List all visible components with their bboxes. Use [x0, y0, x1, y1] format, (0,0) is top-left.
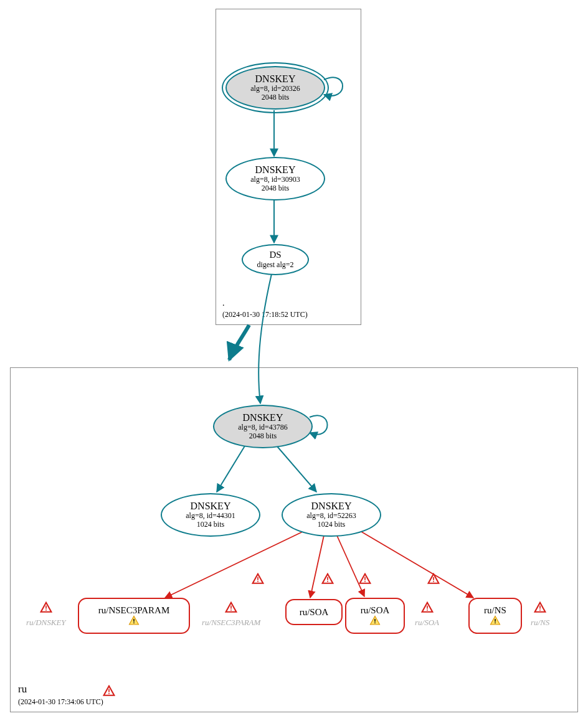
- root-ds-line2: digest alg=2: [257, 261, 293, 270]
- zone-ru-warn: [103, 685, 115, 700]
- warning-red-icon: [225, 601, 237, 614]
- svg-rect-13: [495, 623, 496, 624]
- ru-zsk1-line3: 1024 bits: [197, 521, 224, 529]
- ghost-nsec3param-group: ru/NSEC3PARAM: [202, 601, 260, 628]
- rr-ns-label: ru/NS: [484, 605, 506, 616]
- root-ksk-line3: 2048 bits: [262, 93, 289, 102]
- svg-rect-8: [133, 619, 135, 622]
- warning-red-icon: [421, 601, 434, 614]
- ru-zsk1-line2: alg=8, id=44301: [186, 512, 235, 521]
- zone-ru-ts: (2024-01-30 17:34:06 UTC): [18, 697, 103, 707]
- ghost-ns-group: ru/NS: [531, 601, 549, 628]
- node-root-ds: DS digest alg=2: [242, 244, 309, 275]
- zone-root-ts: (2024-01-30 17:18:52 UTC): [222, 310, 308, 319]
- ru-ksk-line2: alg=8, id=43786: [238, 423, 288, 432]
- node-ru-zsk1: DNSKEY alg=8, id=44301 1024 bits: [161, 493, 260, 537]
- ghost-dnskey: ru/DNSKEY: [26, 618, 66, 627]
- ghost-nsec3param: ru/NSEC3PARAM: [202, 618, 260, 627]
- rr-ns: ru/NS: [468, 598, 522, 634]
- rr-soa1: ru/SOA: [285, 599, 343, 625]
- root-zsk-line2: alg=8, id=30903: [250, 176, 300, 184]
- rr-soa2-label: ru/SOA: [361, 605, 390, 616]
- warning-red-icon: [534, 601, 546, 614]
- svg-rect-30: [108, 689, 110, 692]
- rr-soa2: ru/SOA: [345, 598, 405, 634]
- svg-rect-27: [364, 581, 366, 582]
- ru-zsk2-line3: 1024 bits: [318, 521, 345, 529]
- root-ksk-title: DNSKEY: [255, 73, 296, 85]
- root-ksk-line2: alg=8, id=20326: [250, 85, 300, 93]
- ghost-ns: ru/NS: [531, 618, 549, 627]
- svg-rect-31: [108, 693, 110, 694]
- svg-rect-21: [539, 610, 541, 611]
- edge-warn-1: [252, 573, 264, 588]
- ghost-soa-group: ru/SOA: [415, 601, 439, 628]
- node-root-zsk: DNSKEY alg=8, id=30903 2048 bits: [225, 157, 325, 200]
- ru-ksk-title: DNSKEY: [243, 412, 283, 423]
- ru-zsk2-line2: alg=8, id=52263: [306, 512, 356, 521]
- svg-rect-12: [495, 619, 496, 622]
- svg-rect-25: [327, 581, 328, 582]
- svg-rect-14: [45, 606, 47, 609]
- svg-rect-9: [133, 623, 135, 624]
- svg-rect-11: [374, 623, 376, 624]
- ghost-soa: ru/SOA: [415, 618, 439, 627]
- warning-yellow-icon: [369, 615, 381, 626]
- rr-soa1-label: ru/SOA: [300, 607, 329, 618]
- ru-zsk1-title: DNSKEY: [191, 501, 231, 512]
- svg-rect-26: [364, 577, 366, 580]
- root-zsk-line3: 2048 bits: [262, 184, 289, 193]
- warning-yellow-icon: [128, 615, 140, 626]
- ghost-dnskey-group: ru/DNSKEY: [26, 601, 66, 628]
- svg-rect-10: [374, 619, 376, 622]
- node-ru-ksk: DNSKEY alg=8, id=43786 2048 bits: [213, 405, 313, 448]
- svg-rect-20: [539, 606, 541, 609]
- svg-rect-22: [257, 577, 258, 580]
- svg-rect-18: [427, 606, 428, 609]
- ru-zsk2-title: DNSKEY: [311, 501, 352, 512]
- svg-rect-28: [433, 577, 434, 580]
- svg-rect-24: [327, 577, 328, 580]
- node-ru-zsk2: DNSKEY alg=8, id=52263 1024 bits: [282, 493, 381, 537]
- root-ds-title: DS: [269, 250, 281, 260]
- edge-warn-2: [321, 573, 334, 588]
- zone-root-dot: .: [222, 298, 225, 308]
- svg-rect-16: [230, 606, 232, 609]
- edge-warn-4: [427, 573, 440, 588]
- rr-nsec3param: ru/NSEC3PARAM: [78, 598, 190, 634]
- zone-ru-name: ru: [18, 683, 27, 695]
- ru-ksk-line3: 2048 bits: [249, 432, 277, 441]
- svg-rect-19: [427, 610, 428, 611]
- root-zsk-title: DNSKEY: [255, 164, 296, 176]
- warning-red-icon: [40, 601, 52, 614]
- svg-rect-29: [433, 581, 434, 582]
- svg-rect-15: [45, 610, 47, 611]
- warning-yellow-icon: [490, 615, 501, 626]
- rr-nsec3param-label: ru/NSEC3PARAM: [98, 605, 169, 616]
- node-root-ksk: DNSKEY alg=8, id=20326 2048 bits: [225, 66, 325, 110]
- edge-warn-3: [359, 573, 371, 588]
- svg-rect-23: [257, 581, 258, 582]
- svg-rect-17: [230, 610, 232, 611]
